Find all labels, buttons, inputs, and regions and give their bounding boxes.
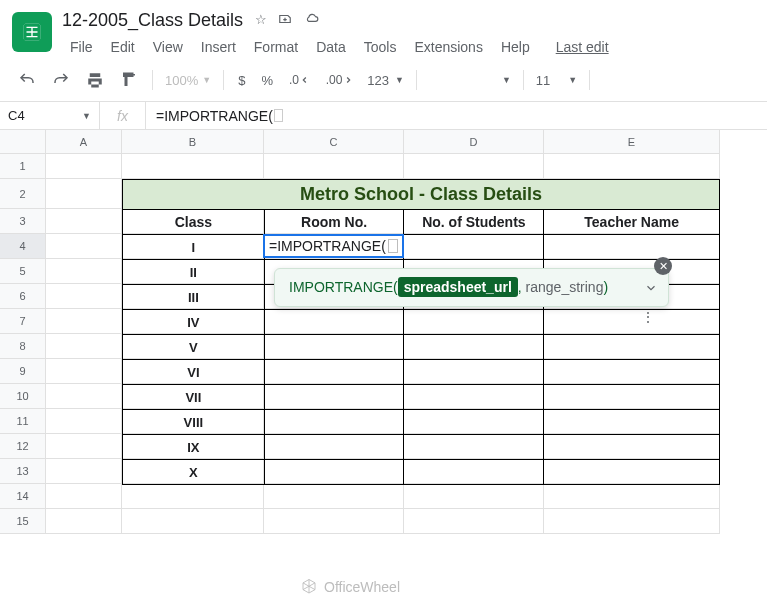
active-cell-editor[interactable]: =IMPORTRANGE( [263, 234, 404, 258]
table-row: VI [123, 360, 720, 385]
name-box[interactable]: C4 ▼ [0, 102, 100, 129]
increase-decimal-button[interactable]: .00 [320, 69, 359, 91]
row-header[interactable]: 11 [0, 409, 46, 434]
header-room: Room No. [264, 210, 404, 235]
active-cell-text: =IMPORTRANGE( [269, 238, 386, 254]
fx-label: fx [100, 102, 146, 129]
row-header[interactable]: 13 [0, 459, 46, 484]
table-title: Metro School - Class Details [123, 180, 720, 210]
formula-tooltip: ✕ IMPORTRANGE(spreadsheet_url, range_str… [274, 268, 669, 307]
font-size-select[interactable]: 11▼ [532, 73, 581, 88]
row-header[interactable]: 3 [0, 209, 46, 234]
table-row: IV [123, 310, 720, 335]
col-header-e[interactable]: E [544, 130, 720, 154]
row-header[interactable]: 15 [0, 509, 46, 534]
currency-button[interactable]: $ [232, 69, 251, 92]
move-icon[interactable] [277, 12, 293, 29]
tooltip-fn: IMPORTRANGE( [289, 279, 398, 295]
font-select[interactable]: ▼ [425, 75, 515, 85]
menu-bar: File Edit View Insert Format Data Tools … [62, 35, 755, 59]
menu-file[interactable]: File [62, 35, 101, 59]
watermark: OfficeWheel [300, 578, 400, 596]
header-class: Class [123, 210, 265, 235]
menu-data[interactable]: Data [308, 35, 354, 59]
row-header[interactable]: 4 [0, 234, 46, 259]
header-students: No. of Students [404, 210, 544, 235]
col-header-a[interactable]: A [46, 130, 122, 154]
menu-extensions[interactable]: Extensions [406, 35, 490, 59]
undo-button[interactable] [12, 67, 42, 93]
last-edit-link[interactable]: Last edit [548, 35, 617, 59]
edit-cursor-icon [388, 239, 398, 253]
select-all-corner[interactable] [0, 130, 46, 154]
row-header[interactable]: 7 [0, 309, 46, 334]
name-box-value: C4 [8, 108, 25, 123]
header-teacher: Teacher Name [544, 210, 720, 235]
data-table: Metro School - Class Details Class Room … [122, 179, 720, 485]
menu-edit[interactable]: Edit [103, 35, 143, 59]
menu-tools[interactable]: Tools [356, 35, 405, 59]
menu-view[interactable]: View [145, 35, 191, 59]
row-header[interactable]: 5 [0, 259, 46, 284]
redo-button[interactable] [46, 67, 76, 93]
table-row: X [123, 460, 720, 485]
menu-insert[interactable]: Insert [193, 35, 244, 59]
row-header[interactable]: 12 [0, 434, 46, 459]
more-formats-button[interactable]: 123▼ [363, 73, 408, 88]
menu-format[interactable]: Format [246, 35, 306, 59]
table-row: VII [123, 385, 720, 410]
tooltip-close-icon[interactable]: ✕ [654, 257, 672, 275]
sheets-logo[interactable] [12, 12, 52, 52]
row-header[interactable]: 8 [0, 334, 46, 359]
tooltip-arg1: spreadsheet_url [398, 277, 518, 297]
row-header[interactable]: 14 [0, 484, 46, 509]
cell-grid[interactable]: Metro School - Class Details Class Room … [46, 154, 720, 534]
row-header[interactable]: 10 [0, 384, 46, 409]
col-header-c[interactable]: C [264, 130, 404, 154]
row-header[interactable]: 2 [0, 179, 46, 209]
tooltip-more-icon[interactable]: ⋮ [641, 309, 656, 325]
table-row: I [123, 235, 720, 260]
cloud-icon[interactable] [303, 12, 321, 29]
percent-button[interactable]: % [255, 69, 279, 92]
col-header-b[interactable]: B [122, 130, 264, 154]
table-row: V [123, 335, 720, 360]
tooltip-arg2: range_string [526, 279, 604, 295]
row-header[interactable]: 6 [0, 284, 46, 309]
zoom-select[interactable]: 100%▼ [161, 73, 215, 88]
formula-input[interactable]: =IMPORTRANGE( [146, 102, 767, 129]
formula-text: =IMPORTRANGE( [156, 108, 273, 124]
toolbar: 100%▼ $ % .0 .00 123▼ ▼ 11▼ [0, 59, 767, 102]
star-icon[interactable]: ☆ [255, 12, 267, 29]
formula-cursor [274, 109, 283, 122]
decrease-decimal-button[interactable]: .0 [283, 69, 316, 91]
menu-help[interactable]: Help [493, 35, 538, 59]
print-button[interactable] [80, 67, 110, 93]
row-header[interactable]: 9 [0, 359, 46, 384]
row-header[interactable]: 1 [0, 154, 46, 179]
table-row: VIII [123, 410, 720, 435]
doc-title[interactable]: 12-2005_Class Details [62, 10, 243, 31]
col-header-d[interactable]: D [404, 130, 544, 154]
table-row: IX [123, 435, 720, 460]
paint-format-button[interactable] [114, 67, 144, 93]
tooltip-expand-icon[interactable] [644, 281, 658, 298]
